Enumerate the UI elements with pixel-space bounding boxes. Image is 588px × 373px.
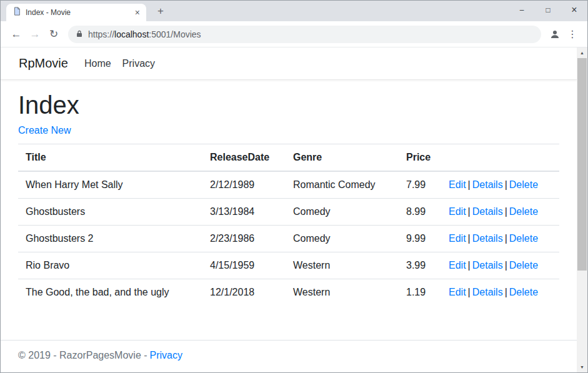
- genre-cell: Comedy: [286, 199, 399, 226]
- actions-cell: Edit|Details|Delete: [441, 252, 559, 279]
- price-cell: 3.99: [399, 252, 441, 279]
- details-link[interactable]: Details: [472, 287, 503, 297]
- create-new-link[interactable]: Create New: [18, 125, 71, 136]
- copyright-text: © 2019 - RazorPagesMovie -: [18, 350, 147, 361]
- release-date-cell: 2/23/1986: [202, 226, 286, 252]
- delete-link[interactable]: Delete: [509, 260, 538, 271]
- edit-link[interactable]: Edit: [449, 179, 466, 190]
- url-host: localhost: [114, 29, 149, 39]
- scrollbar[interactable]: ▲ ▼: [577, 47, 587, 372]
- maximize-button[interactable]: □: [535, 1, 561, 19]
- table-row: Rio Bravo 4/15/1959 Western 3.99 Edit|De…: [18, 252, 559, 279]
- release-date-cell: 12/1/2018: [202, 279, 286, 306]
- movies-table: Title ReleaseDate Genre Price When Harry…: [18, 144, 559, 306]
- action-separator: |: [468, 179, 471, 190]
- action-separator: |: [505, 287, 507, 297]
- reload-button[interactable]: ↻: [44, 25, 63, 44]
- main-content: Index Create New Title ReleaseDate Genre…: [1, 80, 577, 306]
- release-date-cell: 2/12/1989: [202, 171, 286, 199]
- delete-link[interactable]: Delete: [509, 179, 538, 190]
- table-header-row: Title ReleaseDate Genre Price: [18, 144, 559, 172]
- page-viewport: RpMovie Home Privacy Index Create New Ti…: [1, 47, 587, 372]
- movie-title-cell: Ghostbusters: [18, 199, 202, 226]
- browser-window: Index - Movie × + – □ × ← → ↻ https://lo…: [0, 0, 588, 373]
- edit-link[interactable]: Edit: [449, 206, 466, 217]
- details-link[interactable]: Details: [472, 206, 503, 217]
- scroll-up-button[interactable]: ▲: [577, 47, 587, 58]
- browser-tab[interactable]: Index - Movie ×: [6, 4, 146, 21]
- lock-icon: [76, 29, 83, 39]
- actions-cell: Edit|Details|Delete: [441, 199, 559, 226]
- price-cell: 8.99: [399, 199, 441, 226]
- movie-title-cell: The Good, the bad, and the ugly: [18, 279, 202, 306]
- action-separator: |: [468, 206, 471, 217]
- web-page: RpMovie Home Privacy Index Create New Ti…: [1, 47, 577, 372]
- nav-link-home[interactable]: Home: [84, 58, 111, 69]
- action-separator: |: [505, 206, 507, 217]
- action-separator: |: [468, 260, 471, 271]
- back-button[interactable]: ←: [7, 25, 26, 44]
- genre-cell: Comedy: [286, 226, 399, 252]
- delete-link[interactable]: Delete: [509, 233, 538, 244]
- column-header-release-date: ReleaseDate: [202, 144, 286, 172]
- table-row: Ghostbusters 3/13/1984 Comedy 8.99 Edit|…: [18, 199, 559, 226]
- forward-button[interactable]: →: [26, 25, 44, 44]
- nav-link-privacy[interactable]: Privacy: [122, 58, 155, 69]
- details-link[interactable]: Details: [472, 179, 503, 190]
- action-separator: |: [468, 233, 471, 244]
- movie-title-cell: Rio Bravo: [18, 252, 202, 279]
- action-separator: |: [505, 179, 507, 190]
- scrollbar-thumb[interactable]: [577, 58, 587, 271]
- page-footer: © 2019 - RazorPagesMovie -Privacy: [1, 340, 577, 372]
- price-cell: 7.99: [399, 171, 441, 199]
- address-bar[interactable]: https://localhost:5001/Movies: [68, 26, 541, 43]
- brand-link[interactable]: RpMovie: [19, 56, 68, 71]
- table-row: When Harry Met Sally 2/12/1989 Romantic …: [18, 171, 559, 199]
- edit-link[interactable]: Edit: [449, 287, 466, 297]
- menu-button[interactable]: ⋮: [564, 26, 581, 43]
- delete-link[interactable]: Delete: [509, 287, 538, 297]
- footer-privacy-link[interactable]: Privacy: [150, 350, 182, 361]
- column-header-actions: [441, 144, 559, 172]
- page-title: Index: [18, 91, 559, 119]
- url-scheme: https://: [88, 29, 114, 39]
- url-text: https://localhost:5001/Movies: [88, 29, 201, 39]
- close-button[interactable]: ×: [561, 1, 587, 19]
- tab-strip: Index - Movie × + – □ ×: [1, 1, 587, 21]
- minimize-button[interactable]: –: [509, 1, 535, 19]
- action-separator: |: [468, 287, 471, 297]
- delete-link[interactable]: Delete: [509, 206, 538, 217]
- column-header-title: Title: [18, 144, 202, 172]
- actions-cell: Edit|Details|Delete: [441, 279, 559, 306]
- profile-icon[interactable]: [546, 26, 564, 43]
- action-separator: |: [505, 233, 507, 244]
- movie-title-cell: When Harry Met Sally: [18, 171, 202, 199]
- price-cell: 9.99: [399, 226, 441, 252]
- actions-cell: Edit|Details|Delete: [441, 226, 559, 252]
- scroll-down-button[interactable]: ▼: [577, 362, 587, 372]
- edit-link[interactable]: Edit: [449, 260, 466, 271]
- release-date-cell: 3/13/1984: [202, 199, 286, 226]
- table-row: Ghostbusters 2 2/23/1986 Comedy 9.99 Edi…: [18, 226, 559, 252]
- favicon-icon: [12, 7, 21, 18]
- genre-cell: Romantic Comedy: [286, 171, 399, 199]
- scrollbar-track[interactable]: [577, 58, 587, 362]
- tab-close-icon[interactable]: ×: [135, 8, 140, 17]
- price-cell: 1.19: [399, 279, 441, 306]
- movie-title-cell: Ghostbusters 2: [18, 226, 202, 252]
- tab-title: Index - Movie: [26, 8, 131, 17]
- action-separator: |: [505, 260, 507, 271]
- details-link[interactable]: Details: [472, 260, 503, 271]
- details-link[interactable]: Details: [472, 233, 503, 244]
- edit-link[interactable]: Edit: [449, 233, 466, 244]
- column-header-price: Price: [399, 144, 441, 172]
- genre-cell: Western: [286, 279, 399, 306]
- genre-cell: Western: [286, 252, 399, 279]
- url-path: :5001/Movies: [149, 29, 201, 39]
- new-tab-button[interactable]: +: [152, 3, 169, 19]
- window-controls: – □ ×: [509, 1, 587, 19]
- release-date-cell: 4/15/1959: [202, 252, 286, 279]
- table-row: The Good, the bad, and the ugly 12/1/201…: [18, 279, 559, 306]
- actions-cell: Edit|Details|Delete: [441, 171, 559, 199]
- column-header-genre: Genre: [286, 144, 399, 172]
